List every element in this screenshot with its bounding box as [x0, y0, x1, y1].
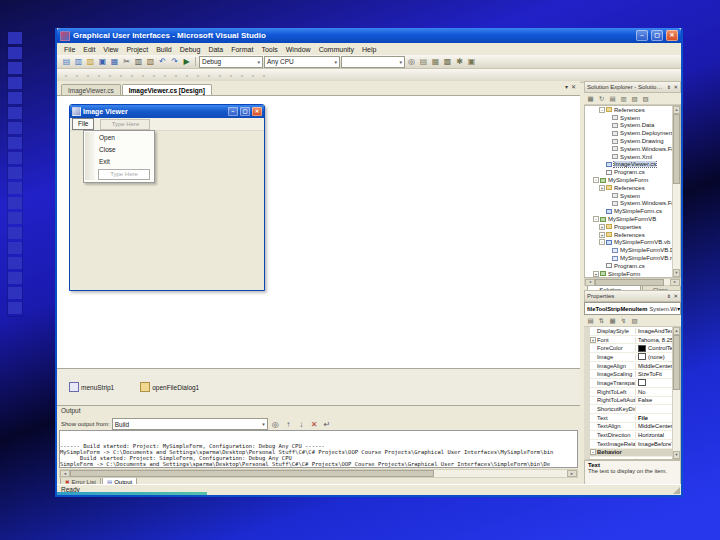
- tree-expander-icon[interactable]: -: [593, 177, 599, 183]
- property-row[interactable]: RightToLeft No: [590, 388, 680, 397]
- menu-item[interactable]: File: [60, 46, 79, 53]
- properties-vertical-scrollbar[interactable]: ▲ ▼: [672, 327, 680, 459]
- tree-item[interactable]: System.Deployment: [585, 129, 680, 137]
- tree-item[interactable]: - MySimpleFormVB: [585, 215, 680, 223]
- tree-item[interactable]: + References: [585, 184, 680, 192]
- paste-icon[interactable]: ▧: [145, 56, 156, 67]
- tree-horizontal-scrollbar[interactable]: ◄ ►: [584, 278, 681, 286]
- tree-item[interactable]: System.Windows.Fo: [585, 145, 680, 153]
- property-row[interactable]: TextImageRelati ImageBeforeText: [590, 440, 680, 449]
- tree-item[interactable]: System: [585, 192, 680, 200]
- close-document-icon[interactable]: ✕: [571, 83, 576, 90]
- form-menu-dropdown-item[interactable]: Open: [85, 132, 153, 144]
- property-row[interactable]: ImageScaling SizeToFit: [590, 370, 680, 379]
- property-row[interactable]: Image (none): [590, 353, 680, 362]
- menu-item[interactable]: Build: [152, 46, 176, 53]
- tree-item[interactable]: System.Drawing: [585, 137, 680, 145]
- property-row[interactable]: ImageTransparen: [590, 379, 680, 388]
- start-debug-icon[interactable]: ▶: [181, 56, 192, 67]
- object-browser-icon[interactable]: ▩: [442, 56, 453, 67]
- tree-expander-icon[interactable]: +: [599, 232, 605, 238]
- decrease-horizontal-spacing-icon[interactable]: ▫: [193, 71, 203, 81]
- restore-button[interactable]: ▢: [651, 30, 663, 41]
- next-message-icon[interactable]: ↓: [296, 419, 307, 430]
- window-titlebar[interactable]: Graphical User Interfaces - Microsoft Vi…: [57, 28, 681, 43]
- tree-item[interactable]: MySimpleForm.cs: [585, 207, 680, 215]
- redo-icon[interactable]: ↷: [169, 56, 180, 67]
- menu-item[interactable]: Debug: [176, 46, 205, 53]
- add-item-icon[interactable]: ▥: [73, 56, 84, 67]
- copy-icon[interactable]: ▥: [133, 56, 144, 67]
- tree-item[interactable]: - MySimpleFormVB.vb: [585, 239, 680, 247]
- properties-icon[interactable]: ▦: [586, 94, 595, 103]
- close-button[interactable]: ✕: [666, 30, 678, 41]
- clear-all-icon[interactable]: ✕: [309, 419, 320, 430]
- build-output-log[interactable]: ------ Build started: Project: MySimpleF…: [59, 430, 578, 468]
- menu-item[interactable]: Data: [204, 46, 227, 53]
- tree-item[interactable]: + References: [585, 231, 680, 239]
- view-designer-icon[interactable]: ▧: [630, 94, 639, 103]
- tray-component[interactable]: menuStrip1: [69, 382, 114, 392]
- property-row[interactable]: TextAlign MiddleCenter: [590, 423, 680, 432]
- menu-type-here-placeholder[interactable]: Type Here: [100, 119, 150, 130]
- scroll-left-icon[interactable]: ◄: [60, 470, 70, 477]
- find-message-icon[interactable]: ◎: [270, 419, 281, 430]
- menu-item[interactable]: Help: [358, 46, 380, 53]
- document-tab[interactable]: ImageViewer.cs: [61, 84, 121, 95]
- auto-hide-pin-icon[interactable]: ⇟: [667, 84, 672, 90]
- view-code-icon[interactable]: ▥: [619, 94, 628, 103]
- scroll-right-icon[interactable]: ►: [567, 470, 577, 477]
- property-expander-icon[interactable]: -: [590, 449, 596, 455]
- tree-expander-icon[interactable]: +: [599, 224, 605, 230]
- tab-order-icon[interactable]: ▫: [259, 71, 269, 81]
- align-to-grid-icon[interactable]: ▫: [61, 71, 71, 81]
- alphabetical-icon[interactable]: ⇅: [597, 316, 606, 325]
- menu-item[interactable]: Community: [315, 46, 358, 53]
- send-to-back-icon[interactable]: ▫: [237, 71, 247, 81]
- property-row[interactable]: DisplayStyle ImageAndText: [590, 327, 680, 336]
- dropdown-type-here-placeholder[interactable]: Type Here: [98, 169, 150, 180]
- bring-to-front-icon[interactable]: ▫: [226, 71, 236, 81]
- scroll-left-icon[interactable]: ◄: [585, 279, 595, 286]
- cut-icon[interactable]: ✂: [121, 56, 132, 67]
- auto-hide-pin-icon[interactable]: ⇟: [667, 293, 672, 299]
- tree-expander-icon[interactable]: +: [593, 271, 599, 277]
- categorized-icon[interactable]: ▤: [586, 316, 595, 325]
- form-menu-dropdown-item[interactable]: Exit: [85, 156, 153, 168]
- tray-component[interactable]: openFileDialog1: [140, 382, 199, 392]
- solution-platforms-combo[interactable]: Any CPU ▾: [264, 56, 340, 68]
- previous-message-icon[interactable]: ↑: [283, 419, 294, 430]
- scroll-up-icon[interactable]: ▲: [673, 327, 680, 335]
- solution-tree[interactable]: - References System System.Data: [584, 105, 681, 278]
- designed-form[interactable]: Image Viewer – ▢ ✕ File Type Here OpenCl…: [69, 104, 265, 291]
- make-same-size-icon[interactable]: ▫: [160, 71, 170, 81]
- word-wrap-icon[interactable]: ↵: [322, 419, 333, 430]
- scrollbar-thumb[interactable]: [70, 470, 434, 477]
- align-lefts-icon[interactable]: ▫: [72, 71, 82, 81]
- save-icon[interactable]: ▣: [97, 56, 108, 67]
- tree-expander-icon[interactable]: -: [599, 107, 605, 113]
- property-pages-icon[interactable]: ▧: [630, 316, 639, 325]
- tree-item[interactable]: System.Xml: [585, 153, 680, 161]
- close-panel-icon[interactable]: ✕: [673, 84, 678, 90]
- undo-icon[interactable]: ↶: [157, 56, 168, 67]
- chevron-down-icon[interactable]: ▾: [565, 83, 568, 90]
- tree-item[interactable]: MySimpleFormVB.De: [585, 246, 680, 254]
- menu-item[interactable]: Window: [282, 46, 315, 53]
- tree-item[interactable]: - References: [585, 106, 680, 114]
- property-row[interactable]: TextDirection Horizontal: [590, 431, 680, 440]
- close-panel-icon[interactable]: ✕: [673, 293, 678, 299]
- tree-vertical-scrollbar[interactable]: ▲ ▼: [672, 106, 680, 277]
- property-row[interactable]: ImageAlign MiddleCenter: [590, 362, 680, 371]
- show-all-files-icon[interactable]: ▤: [608, 94, 617, 103]
- minimize-button[interactable]: –: [636, 30, 648, 41]
- equal-horizontal-spacing-icon[interactable]: ▫: [171, 71, 181, 81]
- scrollbar-thumb[interactable]: [595, 279, 664, 286]
- property-row[interactable]: RightToLeftAuto False: [590, 397, 680, 406]
- designer-canvas[interactable]: Image Viewer – ▢ ✕ File Type Here OpenCl…: [57, 95, 580, 368]
- scroll-down-icon[interactable]: ▼: [673, 269, 680, 277]
- new-project-icon[interactable]: ▤: [61, 56, 72, 67]
- solution-configurations-combo[interactable]: Debug ▾: [199, 56, 263, 68]
- scroll-up-icon[interactable]: ▲: [673, 106, 680, 114]
- output-source-combo[interactable]: Build ▾: [112, 418, 268, 430]
